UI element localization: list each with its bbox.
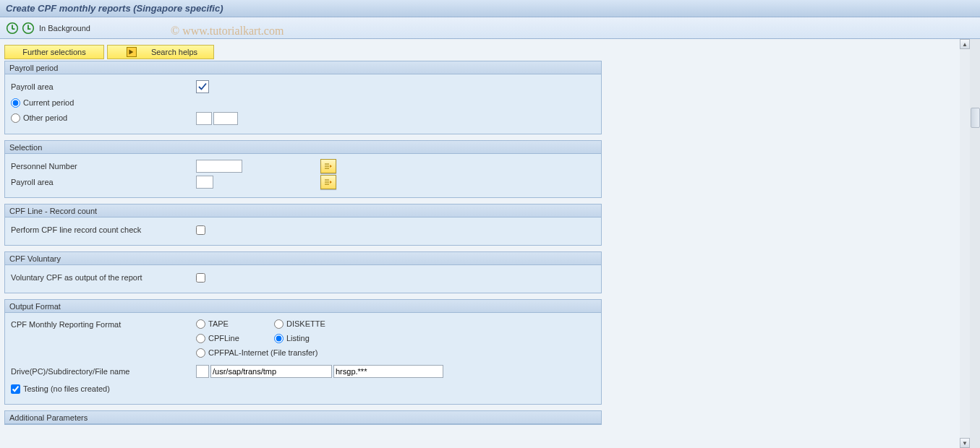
- cpfline-radio-input[interactable]: [196, 334, 205, 343]
- group-header-payroll-period: Payroll period: [5, 61, 601, 74]
- other-period-input-2[interactable]: [213, 112, 238, 125]
- subdirectory-input[interactable]: [210, 365, 332, 378]
- group-cpf-line: CPF Line - Record count Perform CPF line…: [4, 204, 602, 246]
- selection-payroll-area-label: Payroll area: [11, 178, 196, 186]
- vertical-scrollbar[interactable]: ▲ ▼: [960, 39, 970, 448]
- scroll-grip-icon[interactable]: [971, 108, 980, 128]
- cpf-voluntary-checkbox[interactable]: [196, 273, 205, 283]
- tape-radio[interactable]: TAPE: [196, 319, 229, 329]
- window-title-bar: Create CPF monthly reports (Singapore sp…: [0, 0, 980, 17]
- payroll-area-multiselect-button[interactable]: [320, 175, 336, 189]
- further-selections-label: Further selections: [22, 48, 85, 56]
- testing-checkbox-row[interactable]: Testing (no files created): [11, 384, 110, 394]
- personnel-number-label: Personnel Number: [11, 162, 196, 171]
- selection-payroll-area-input[interactable]: [196, 176, 213, 189]
- arrow-right-icon: [127, 47, 137, 57]
- cpfline-label: CPFLine: [208, 334, 239, 343]
- right-scrollbar-area: ▲ ▼: [960, 39, 980, 448]
- other-period-radio-input[interactable]: [11, 113, 20, 123]
- filename-input[interactable]: [333, 365, 443, 378]
- reporting-format-label: CPF Monthly Reporting Format: [11, 320, 196, 329]
- cpf-line-check-label: Perform CPF line record count check: [11, 225, 196, 234]
- group-header-selection: Selection: [5, 141, 601, 154]
- cpfline-radio[interactable]: CPFLine: [196, 334, 239, 343]
- main-content: Further selections Search helps Payroll …: [0, 39, 960, 448]
- testing-label: Testing (no files created): [23, 384, 110, 393]
- diskette-label: DISKETTE: [286, 319, 325, 328]
- other-period-label: Other period: [23, 113, 67, 122]
- tape-label: TAPE: [208, 319, 229, 328]
- group-additional-parameters: Additional Parameters: [4, 410, 602, 425]
- search-helps-label: Search helps: [151, 48, 197, 56]
- group-cpf-voluntary: CPF Voluntary Voluntary CPF as output of…: [4, 251, 602, 293]
- group-header-additional: Additional Parameters: [5, 411, 601, 424]
- listing-label: Listing: [286, 334, 310, 343]
- other-period-radio[interactable]: Other period: [11, 113, 67, 123]
- cpfpal-radio[interactable]: CPFPAL-Internet (File transfer): [196, 348, 318, 358]
- application-toolbar: In Background: [0, 17, 980, 39]
- group-header-cpf-line: CPF Line - Record count: [5, 204, 601, 217]
- scroll-up-arrow-icon[interactable]: ▲: [960, 39, 970, 49]
- current-period-label: Current period: [23, 98, 74, 107]
- personnel-number-multiselect-button[interactable]: [320, 159, 336, 173]
- scroll-down-arrow-icon[interactable]: ▼: [960, 438, 970, 448]
- tape-radio-input[interactable]: [196, 319, 205, 329]
- payroll-area-valuehelp-icon[interactable]: [196, 80, 209, 93]
- search-helps-button[interactable]: Search helps: [107, 45, 214, 59]
- diskette-radio[interactable]: DISKETTE: [274, 319, 325, 329]
- current-period-radio[interactable]: Current period: [11, 98, 74, 108]
- group-output-format: Output Format CPF Monthly Reporting Form…: [4, 299, 602, 405]
- payroll-area-label: Payroll area: [11, 82, 196, 91]
- group-payroll-period: Payroll period Payroll area Current peri…: [4, 61, 602, 134]
- further-selections-button[interactable]: Further selections: [4, 45, 104, 59]
- listing-radio[interactable]: Listing: [274, 334, 310, 343]
- in-background-label[interactable]: In Background: [39, 24, 90, 33]
- group-selection: Selection Personnel Number Payroll area: [4, 140, 602, 198]
- drive-path-label: Drive(PC)/Subdirectory/File name: [11, 367, 196, 376]
- other-period-input-1[interactable]: [196, 112, 212, 125]
- testing-checkbox[interactable]: [11, 384, 20, 394]
- drive-input[interactable]: [196, 365, 209, 378]
- execute-background-icon[interactable]: [22, 22, 35, 35]
- diskette-radio-input[interactable]: [274, 319, 284, 329]
- execute-icon[interactable]: [6, 22, 19, 35]
- group-header-output-format: Output Format: [5, 300, 601, 313]
- current-period-radio-input[interactable]: [11, 98, 20, 108]
- cpf-line-check-checkbox[interactable]: [196, 225, 205, 235]
- cpfpal-label: CPFPAL-Internet (File transfer): [208, 348, 318, 357]
- cpfpal-radio-input[interactable]: [196, 348, 205, 358]
- personnel-number-input[interactable]: [196, 160, 242, 173]
- page-title: Create CPF monthly reports (Singapore sp…: [6, 3, 223, 14]
- group-header-cpf-voluntary: CPF Voluntary: [5, 252, 601, 265]
- listing-radio-input[interactable]: [274, 334, 284, 343]
- cpf-voluntary-label: Voluntary CPF as output of the report: [11, 273, 196, 282]
